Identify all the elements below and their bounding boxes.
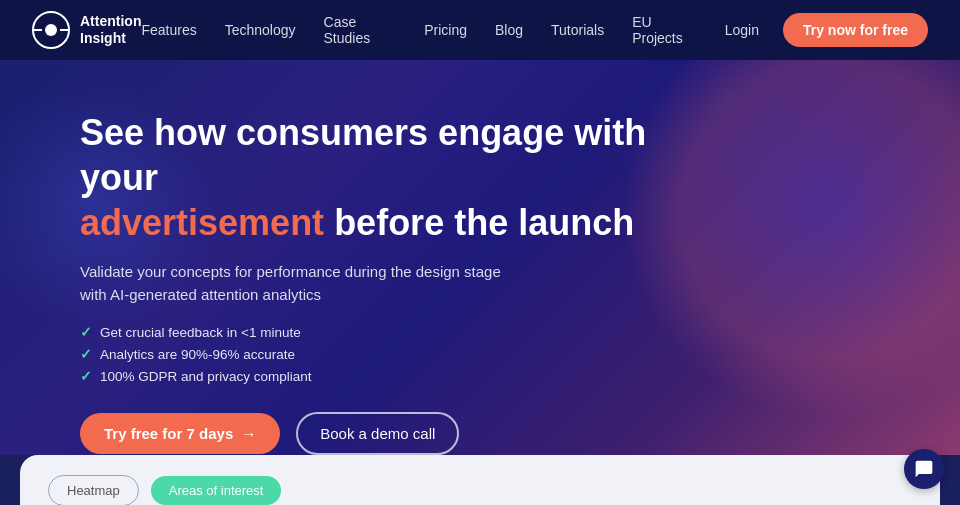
hero-content: See how consumers engage with your adver… [80,110,700,455]
nav-item-features[interactable]: Features [141,22,196,38]
navigation: Attention Insight Features Technology Ca… [0,0,960,60]
panel-tabs: Heatmap Areas of interest [48,475,912,505]
logo-icon [32,11,70,49]
arrow-icon: → [241,425,256,442]
svg-point-1 [45,24,57,36]
hero-section: See how consumers engage with your adver… [0,60,960,455]
chat-icon [914,459,934,479]
nav-item-technology[interactable]: Technology [225,22,296,38]
check-icon-3: ✓ [80,368,92,384]
hero-title: See how consumers engage with your adver… [80,110,700,245]
check-icon-2: ✓ [80,346,92,362]
nav-item-eu-projects[interactable]: EU Projects [632,14,697,46]
hero-features-list: ✓ Get crucial feedback in <1 minute ✓ An… [80,324,700,384]
logo-text: Attention Insight [80,13,141,47]
nav-item-blog[interactable]: Blog [495,22,523,38]
feature-item-3: ✓ 100% GDPR and privacy compliant [80,368,700,384]
nav-links: Features Technology Case Studies Pricing… [141,14,759,46]
check-icon-1: ✓ [80,324,92,340]
chat-bubble-button[interactable] [904,449,944,489]
nav-item-login[interactable]: Login [725,22,759,38]
book-demo-button[interactable]: Book a demo call [296,412,459,455]
logo-link[interactable]: Attention Insight [32,11,141,49]
feature-item-1: ✓ Get crucial feedback in <1 minute [80,324,700,340]
nav-item-case-studies[interactable]: Case Studies [324,14,397,46]
try-now-button[interactable]: Try now for free [783,13,928,47]
hero-buttons: Try free for 7 days → Book a demo call [80,412,700,455]
feature-item-2: ✓ Analytics are 90%-96% accurate [80,346,700,362]
nav-item-tutorials[interactable]: Tutorials [551,22,604,38]
tab-aoi[interactable]: Areas of interest [151,476,282,505]
hero-title-highlight: advertisement [80,202,324,243]
try-free-button[interactable]: Try free for 7 days → [80,413,280,454]
nav-item-pricing[interactable]: Pricing [424,22,467,38]
hero-subtitle: Validate your concepts for performance d… [80,261,520,306]
tab-heatmap[interactable]: Heatmap [48,475,139,505]
preview-panel: Heatmap Areas of interest Website Landin… [20,455,940,505]
